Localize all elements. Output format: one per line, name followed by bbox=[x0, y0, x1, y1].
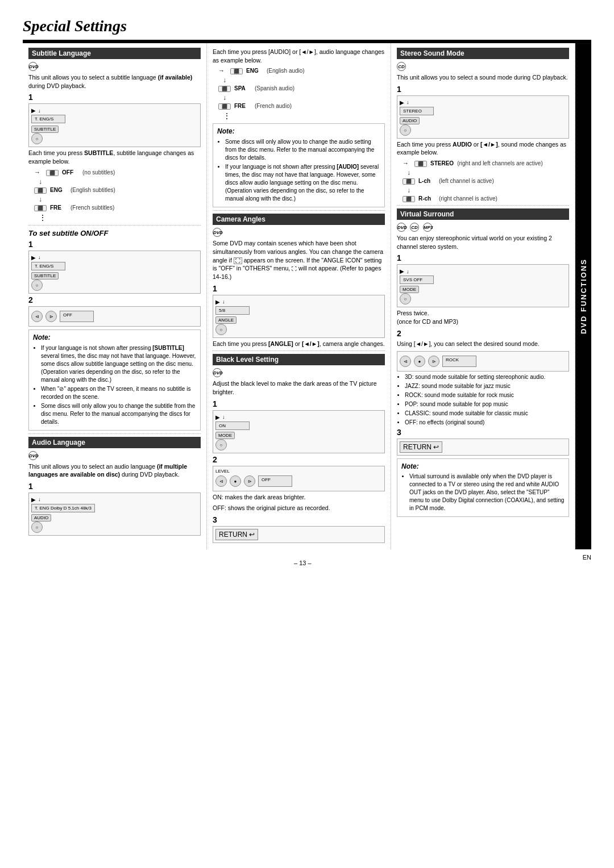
mode-oval-1: ○ bbox=[215, 439, 227, 450]
spa-audio-indicator: ⬛ bbox=[218, 86, 231, 92]
cd-icon-vs: CD bbox=[410, 223, 419, 232]
mode-rock: ROCK: sound mode suitable for rock music bbox=[405, 391, 569, 399]
step-1-set: 1 bbox=[28, 240, 201, 249]
black-level-header: Black Level Setting bbox=[213, 354, 385, 365]
mode-off: OFF: no effects (original sound) bbox=[405, 419, 569, 427]
mode-3d: 3D: sound mode suitable for setting ster… bbox=[405, 373, 569, 381]
subtitle-oval-2: ○ bbox=[31, 279, 43, 291]
arrow-down-7: ↓ bbox=[406, 269, 409, 274]
display-set-2: OFF bbox=[60, 311, 94, 322]
step-1-black: 1 bbox=[213, 399, 385, 408]
note-box-2: Note: Some discs will only allow you to … bbox=[213, 123, 385, 207]
virtual-modes-list: 3D: sound mode suitable for setting ster… bbox=[405, 373, 569, 427]
set-subtitle-diagram-2: ⊲ ⊳ OFF bbox=[28, 306, 201, 327]
dvd-functions-sidebar: DVD FUNCTIONS bbox=[575, 43, 591, 549]
black-return: RETURN ↩ bbox=[213, 526, 385, 543]
eng-indicator: ⬛ bbox=[34, 187, 47, 194]
note-item-1-1: If your language is not shown after pres… bbox=[41, 344, 196, 384]
play-icon-3: ▶ bbox=[31, 496, 36, 503]
dvd-icon-vs: DVD bbox=[397, 223, 406, 232]
off-desc: (no subtitles) bbox=[82, 169, 115, 176]
display-virtual-2: ROCK bbox=[442, 356, 476, 367]
eng-desc: (English subtitles) bbox=[70, 187, 115, 193]
note-item-2-1: Some discs will only allow you to change… bbox=[225, 138, 380, 162]
mode-pop: POP: sound mode suitable for pop music bbox=[405, 400, 569, 408]
display-stereo: STEREO bbox=[400, 107, 434, 115]
set-subtitle-diagram-1: ▶ ↓ T. ENG/S SUBTITLE ○ bbox=[28, 251, 201, 294]
mp3-icon-vs: MP3 bbox=[423, 223, 432, 232]
fre-indicator: ⬛ bbox=[34, 205, 47, 211]
play-icon-5: ▶ bbox=[215, 414, 220, 420]
btn-bl-prev: ⊲ bbox=[215, 475, 227, 487]
virtual-discs: DVD CD MP3 bbox=[397, 223, 569, 232]
fre-audio-label: FRE bbox=[234, 103, 251, 109]
display-camera: 5/8 bbox=[215, 306, 250, 315]
camera-angles-header: Camera Angles bbox=[213, 214, 385, 225]
page-number: – 13 – bbox=[23, 560, 583, 566]
spa-audio-desc: (Spanish audio) bbox=[255, 85, 294, 91]
play-icon-2: ▶ bbox=[31, 254, 36, 261]
fre-label: FRE bbox=[50, 205, 67, 211]
eng-audio-desc: (English audio) bbox=[267, 68, 305, 74]
audio-btn: AUDIO bbox=[31, 514, 51, 521]
stereo-sound-header: Stereo Sound Mode bbox=[397, 48, 569, 59]
btn-prev: ⊲ bbox=[31, 311, 43, 322]
audio-language-header: Audio Language bbox=[28, 437, 201, 448]
step-3-black: 3 bbox=[213, 515, 385, 524]
dvd-icon-3: DVD bbox=[213, 228, 222, 237]
cd-icon-1: CD bbox=[397, 62, 406, 71]
camera-each-time: Each time you press [ANGLE] or [◄/►], ca… bbox=[213, 340, 385, 348]
stereo-indicator: ⬛ bbox=[414, 161, 427, 167]
eng-label: ENG bbox=[50, 187, 67, 193]
press-twice: Press twice. (once for CD and MP3) bbox=[397, 309, 569, 326]
step-2-black: 2 bbox=[213, 455, 385, 464]
step-1-camera: 1 bbox=[213, 284, 385, 293]
stereo-label: STEREO bbox=[430, 160, 454, 166]
subtitle-body: This unit allows you to select a subtitl… bbox=[28, 73, 201, 90]
mode-btn-vs: MODE bbox=[400, 286, 419, 293]
play-icon-6: ▶ bbox=[400, 99, 404, 106]
stereo-each-time: Each time you press AUDIO or [◄/►], soun… bbox=[397, 140, 569, 157]
display-black-2: OFF bbox=[258, 475, 292, 487]
note-title-3: Note: bbox=[401, 462, 565, 471]
play-icon-1: ▶ bbox=[31, 107, 36, 114]
display-black-1: ON bbox=[215, 422, 250, 430]
note-list-1: If your language is not shown after pres… bbox=[41, 344, 196, 426]
stereo-desc: (right and left channels are active) bbox=[457, 160, 543, 166]
virtual-return: RETURN ↩ bbox=[397, 439, 569, 456]
spa-audio-label: SPA bbox=[234, 85, 251, 91]
fre-audio-indicator: ⬛ bbox=[218, 103, 231, 110]
virtual-diagram-2: ⊲ ● ⊳ ROCK bbox=[397, 351, 569, 372]
subtitle-btn-2: SUBTITLE bbox=[31, 272, 59, 279]
press-twice-text: Press twice. bbox=[397, 310, 429, 316]
arrow-down-4: ↓ bbox=[222, 299, 225, 304]
audio-oval-2: ○ bbox=[400, 124, 411, 136]
subtitle-oval-btn: ○ bbox=[31, 133, 43, 144]
arrow-down-6: ↓ bbox=[406, 99, 409, 105]
dvd-icon: DVD bbox=[28, 62, 38, 71]
stereo-modes-list: → ⬛ STEREO (right and left channels are … bbox=[403, 160, 569, 202]
dvd-icon-4: DVD bbox=[213, 368, 222, 377]
audio-oval: ○ bbox=[31, 521, 43, 533]
dvd-icon-2: DVD bbox=[28, 451, 38, 460]
note-item-3-1: Virtual surround is available only when … bbox=[409, 473, 565, 512]
angle-btn: ANGLE bbox=[215, 316, 237, 324]
camera-diagram: ▶ ↓ 5/8 ANGLE ○ bbox=[213, 295, 385, 338]
step-1-stereo: 1 bbox=[397, 85, 569, 94]
play-icon-7: ▶ bbox=[400, 268, 404, 274]
page-title: Special Settings bbox=[23, 17, 591, 35]
bottom-row: – 13 – EN bbox=[23, 554, 591, 566]
audio-btn-2: AUDIO bbox=[400, 117, 420, 124]
off-indicator: ⬛ bbox=[46, 170, 59, 176]
mode-btn-1: MODE bbox=[215, 432, 235, 439]
btn-vs-next: ⊳ bbox=[428, 356, 439, 367]
lch-label: L-ch bbox=[418, 178, 435, 184]
subtitle-language-header: Subtitle Language bbox=[28, 48, 201, 59]
col-camera-black: Each time you press [AUDIO] or [◄/►], au… bbox=[207, 43, 391, 549]
set-subtitle-title: To set subtitle ON/OFF bbox=[28, 229, 201, 237]
col-subtitle-audio: Subtitle Language DVD This unit allows y… bbox=[23, 43, 207, 549]
subtitle-diagram-1: ▶ ↓ T. ENG/S SUBTITLE ○ bbox=[28, 103, 201, 147]
audio-diagram: ▶ ↓ T. ENG Dolby D 5.1ch 48k/3 AUDIO ○ bbox=[28, 493, 201, 536]
note-list-3: Virtual surround is available only when … bbox=[409, 473, 565, 512]
arrow-down-2: ↓ bbox=[38, 254, 41, 260]
